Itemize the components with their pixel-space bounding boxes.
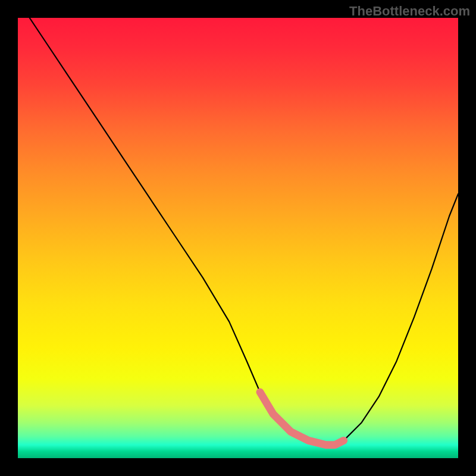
curve-path [18,0,458,444]
plot-area [18,18,458,458]
watermark-text: TheBottleneck.com [349,4,470,19]
highlight-path [260,392,344,445]
chart-container: TheBottleneck.com [0,0,476,476]
chart-svg [18,18,458,458]
